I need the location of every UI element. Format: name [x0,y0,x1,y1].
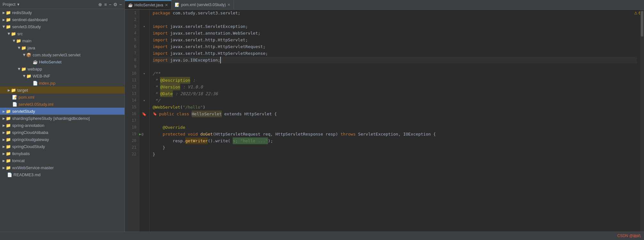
editor-content[interactable]: ⚠ 6 1 2 3 4 5 6 7 8 9 10 11 12 13 14 15 … [125,10,644,240]
sidebar-item-label: sentinel-dashboard [12,17,48,22]
scrollbar-gutter [640,10,644,240]
sidebar-item-pom-xml[interactable]: 📝 pom.xml [0,94,125,101]
folder-src-icon: 📁 [11,31,16,36]
code-line-22: } [153,151,637,158]
code-line-11: * @Description : [153,77,637,84]
sidebar-item-main[interactable]: ▶ 📁 main [0,37,125,44]
project-label: Project [3,2,15,7]
tab-close-button[interactable]: ✕ [227,3,230,7]
fold-icon[interactable]: ▾ [143,99,145,102]
settings-icon[interactable]: ⚙ [113,2,117,7]
code-line-7: import javax.servlet.http.HttpServletRes… [153,50,637,57]
sidebar-item-sentinel-dashboard[interactable]: ▶ 📁 sentinel-dashboard [0,16,125,23]
collapse-icon[interactable]: − [109,2,111,7]
arrow-icon: ▶ [3,11,5,14]
folder-icon: 📁 [6,130,11,135]
sidebar-item-servletStudy[interactable]: ▶ 📁 servletStudy [0,108,125,115]
sidebar-item-label: tomcat [12,158,25,163]
sidebar-item-README3md[interactable]: 📄 README3.md [0,171,125,178]
jsp-file-icon: 📄 [33,81,38,86]
run-icon[interactable]: ▶ [139,132,141,136]
sidebar-item-wxWebService[interactable]: ▶ 📁 wxWebService-master [0,164,125,171]
xml-icon: 📝 [175,3,180,7]
arrow-icon: ▶ [7,32,11,35]
sidebar-header: Project ▾ ⊕ ≡ − ⚙ − [0,0,125,9]
fold-icon[interactable]: ▾ [143,72,145,75]
iml-file-icon: 📄 [12,102,17,107]
sidebar-item-webapp[interactable]: ▶ 📁 webapp [0,65,125,72]
folder-icon: 📁 [6,137,11,142]
locate-icon[interactable]: ⊕ [98,2,102,7]
sidebar-item-redisStudy[interactable]: ▶ 📁 redisStudy [0,9,125,16]
sidebar-item-src[interactable]: ▶ 📁 src [0,30,125,37]
sidebar-item-package[interactable]: ▶ 📦 com.study.servlet3.servlet [0,51,125,58]
code-line-4: import javax.servlet.annotation.WebServl… [153,30,637,37]
code-line-17 [153,117,637,124]
folder-icon: 📁 [6,151,11,156]
code-line-6: import javax.servlet.http.HttpServletReq… [153,43,637,50]
sidebar-item-label: java [28,46,35,50]
sidebar-item-label: WEB-INF [33,74,50,79]
sidebar-item-label: spring-annotation [12,123,44,128]
folder-icon: 📁 [6,158,11,163]
tab-pom-xml[interactable]: 📝 pom.xml (servlet3.0Study) ✕ [172,0,234,9]
sidebar-item-label: servlet3.0Study [12,24,41,29]
code-line-3: import javax.servlet.ServletException; [153,23,637,30]
sidebar-item-label: main [22,38,31,43]
code-line-16: 🔖 public class HelloServlet extends Http… [153,111,637,117]
sidebar-item-label: webapp [28,67,42,71]
expand-icon[interactable]: ≡ [104,2,107,7]
sidebar-toolbar-icons: ⊕ ≡ − ⚙ − [98,2,122,7]
sidebar-item-java[interactable]: ▶ 📁 java [0,44,125,51]
sidebar-item-springCloudAlibaba[interactable]: ▶ 📁 springCloudAlibaba [0,129,125,136]
sidebar-item-label: src [17,31,23,36]
code-line-5: import javax.servlet.http.HttpServlet; [153,37,637,43]
folder-java-icon: 📁 [21,46,26,50]
sidebar-item-tkmybatis[interactable]: ▶ 📁 tkmybatis [0,150,125,157]
sidebar-item-target[interactable]: ▶ 📁 target [0,87,125,94]
sidebar-item-WEB-INF[interactable]: ▶ 📁 WEB-INF [0,72,125,79]
arrow-icon: ▶ [3,138,5,141]
tab-close-button[interactable]: ✕ [165,3,168,7]
sidebar-item-shardingSphereStudy[interactable]: ▶ 📁 shardingSphereStudy [shardingjdbcdem… [0,115,125,122]
code-line-21: } [153,144,637,151]
code-line-19: protected void doGet(HttpServletRequest … [153,131,637,137]
xml-file-icon: 📝 [12,95,17,100]
folder-servletstudy-icon: 📁 [6,109,11,114]
code-line-8: import java.io.IOException; [153,57,637,63]
sidebar-item-springcloudgateway[interactable]: ▶ 📁 springcloudgateway [0,136,125,143]
override-icon: @ [141,132,143,136]
sidebar-item-label: servletStudy [12,109,35,114]
code-editor[interactable]: package com.study.servlet3.servlet; impo… [149,10,640,240]
code-line-1: package com.study.servlet3.servlet; [153,10,637,16]
code-line-12: * @Version : V1.0.0 [153,84,637,90]
sidebar-item-label: springcloudgateway [12,137,49,142]
code-line-20: resp.getWriter().write( s; "hello ..."); [153,137,637,144]
tab-HelloServlet[interactable]: ☕ HelloServlet.java ✕ [125,0,172,9]
folder-icon: 📁 [6,116,11,121]
arrow-icon: ▶ [12,39,16,42]
fold-icon[interactable]: ▾ [143,25,145,28]
arrow-icon: ▶ [3,117,5,120]
scrollbar-thumb[interactable] [641,11,643,37]
close-sidebar-icon[interactable]: − [119,2,122,7]
sidebar-item-HelloServlet[interactable]: ☕ HelloServlet [0,58,125,65]
folder-icon: 📁 [6,17,11,22]
arrow-icon: ▶ [3,110,5,113]
sidebar-item-index-jsp[interactable]: 📄 index.jsp [0,79,125,87]
sidebar-item-spring-annotation[interactable]: ▶ 📁 spring-annotation [0,122,125,129]
code-line-2 [153,16,637,23]
arrow-icon: ▶ [18,46,21,49]
arrow-icon: ▶ [3,152,5,155]
sidebar-item-servlet3Study[interactable]: ▶ 📁 servlet3.0Study [0,23,125,30]
sidebar-item-tomcat[interactable]: ▶ 📁 tomcat [0,157,125,164]
folder-webapp-icon: 📁 [21,67,26,71]
sidebar-item-label: shardingSphereStudy [shardingjdbcdemo] [12,116,90,121]
sidebar-item-label: redisStudy [12,10,32,15]
sidebar-item-iml[interactable]: 📄 servlet3.0Study.iml [0,101,125,108]
code-line-18: @Override [153,124,637,131]
arrow-icon: ▶ [2,25,6,28]
sidebar-item-label: springCloudAlibaba [12,130,48,135]
sidebar-item-label: wxWebService-master [12,165,54,170]
sidebar-item-springCloudStudy[interactable]: ▶ 📁 springCloudStudy [0,143,125,150]
